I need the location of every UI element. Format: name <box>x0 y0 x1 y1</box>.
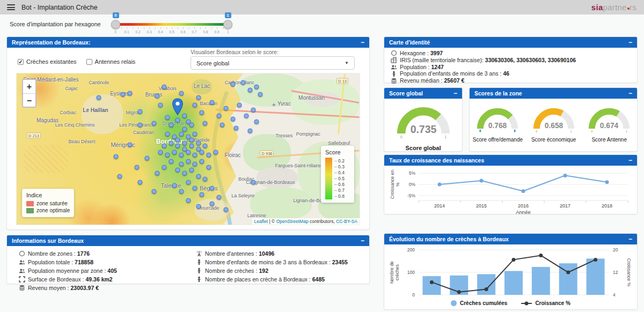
creche-marker[interactable] <box>175 168 180 173</box>
creche-marker[interactable] <box>206 153 211 158</box>
score-dropdown[interactable]: Score global ▼ <box>191 56 355 70</box>
creche-marker[interactable] <box>203 121 208 126</box>
creche-marker[interactable] <box>97 95 101 100</box>
creche-marker[interactable] <box>162 144 166 148</box>
creche-marker[interactable] <box>203 144 208 148</box>
creche-marker[interactable] <box>165 153 170 158</box>
creche-marker[interactable] <box>196 204 201 209</box>
creche-marker[interactable] <box>200 192 204 197</box>
creche-marker[interactable] <box>223 207 228 212</box>
checkbox-creches-existantes[interactable]: ✓Crèches existantes <box>18 58 77 65</box>
creche-marker[interactable] <box>193 103 197 108</box>
creche-marker[interactable] <box>200 110 204 115</box>
creche-marker[interactable] <box>233 125 238 130</box>
creche-marker[interactable] <box>179 162 184 167</box>
creche-marker[interactable] <box>247 129 252 133</box>
creche-marker[interactable] <box>189 138 194 143</box>
creche-marker[interactable] <box>151 121 156 126</box>
creche-marker[interactable] <box>203 177 208 182</box>
creche-marker[interactable] <box>155 94 159 99</box>
creche-marker[interactable] <box>165 115 170 120</box>
creche-marker[interactable] <box>217 113 222 118</box>
creche-marker[interactable] <box>165 131 170 136</box>
creche-marker[interactable] <box>220 122 225 127</box>
creche-marker[interactable] <box>193 162 197 167</box>
creche-marker[interactable] <box>138 122 143 127</box>
creche-marker[interactable] <box>251 180 255 185</box>
creche-marker[interactable] <box>127 91 132 95</box>
slider-gradient-track[interactable] <box>115 23 228 26</box>
collapse-icon[interactable]: − <box>628 236 632 242</box>
creche-marker[interactable] <box>144 155 149 160</box>
creche-marker[interactable] <box>172 183 177 188</box>
collapse-icon[interactable]: − <box>361 40 364 45</box>
bordeaux-map[interactable]: Saint-Médard-en-JallesCantinoleGajacEysi… <box>16 73 360 225</box>
creche-marker[interactable] <box>189 168 194 173</box>
osm-link[interactable]: OpenStreetMap <box>276 219 309 224</box>
creche-marker[interactable] <box>162 85 166 90</box>
creche-marker[interactable] <box>210 186 215 191</box>
selected-hexagon-pin[interactable] <box>172 98 184 117</box>
creche-marker[interactable] <box>196 95 201 100</box>
creche-marker[interactable] <box>258 92 262 97</box>
checkbox-antennes-relais[interactable]: Antennes relais <box>86 58 136 65</box>
creche-marker[interactable] <box>217 195 222 200</box>
creche-marker[interactable] <box>158 103 163 108</box>
creche-marker[interactable] <box>175 118 180 123</box>
creche-marker[interactable] <box>186 198 191 203</box>
creche-marker[interactable] <box>193 131 197 136</box>
creche-marker[interactable] <box>169 140 173 145</box>
collapse-icon[interactable]: − <box>453 91 457 96</box>
creche-marker[interactable] <box>189 122 194 127</box>
creche-marker[interactable] <box>189 144 194 148</box>
score-range-slider[interactable]: 0 1 00.10.20.30.40.50.60.70.80.91 <box>110 14 233 36</box>
creche-marker[interactable] <box>138 109 143 114</box>
creche-marker[interactable] <box>237 103 242 108</box>
creche-marker[interactable] <box>210 201 215 206</box>
creche-marker[interactable] <box>186 159 191 164</box>
creche-marker[interactable] <box>196 140 201 145</box>
license-link[interactable]: CC-BY-SA <box>336 219 357 224</box>
creche-marker[interactable] <box>254 85 259 90</box>
creche-marker[interactable] <box>179 189 184 194</box>
creche-marker[interactable] <box>182 127 187 132</box>
creche-marker[interactable] <box>151 189 156 194</box>
creche-marker[interactable] <box>179 91 184 95</box>
creche-marker[interactable] <box>182 171 187 176</box>
creche-marker[interactable] <box>155 171 159 176</box>
creche-marker[interactable] <box>244 113 249 118</box>
creche-marker[interactable] <box>247 88 252 93</box>
creche-marker[interactable] <box>230 81 235 86</box>
zoom-in-button[interactable]: + <box>23 80 35 93</box>
creche-marker[interactable] <box>240 80 245 85</box>
creche-marker[interactable] <box>213 150 218 154</box>
creche-marker[interactable] <box>210 100 215 105</box>
creche-marker[interactable] <box>186 180 191 185</box>
creche-marker[interactable] <box>186 150 191 154</box>
creche-marker[interactable] <box>172 150 177 154</box>
creche-marker[interactable] <box>230 116 235 121</box>
creche-marker[interactable] <box>223 106 228 110</box>
collapse-icon[interactable]: − <box>361 238 364 243</box>
creche-marker[interactable] <box>169 122 173 127</box>
creche-marker[interactable] <box>127 142 132 147</box>
collapse-icon[interactable]: − <box>628 91 632 96</box>
creche-marker[interactable] <box>193 153 197 158</box>
creche-marker[interactable] <box>121 92 126 97</box>
creche-marker[interactable] <box>175 138 180 143</box>
hamburger-menu-icon[interactable] <box>7 4 15 10</box>
leaflet-link[interactable]: Leaflet <box>254 219 268 224</box>
creche-marker[interactable] <box>162 165 166 169</box>
creche-marker[interactable] <box>193 186 197 191</box>
creche-marker[interactable] <box>134 165 139 169</box>
creche-marker[interactable] <box>196 174 201 179</box>
creche-marker[interactable] <box>169 159 173 164</box>
creche-marker[interactable] <box>182 140 187 145</box>
creche-marker[interactable] <box>200 159 204 164</box>
creche-marker[interactable] <box>206 165 211 169</box>
collapse-icon[interactable]: − <box>628 40 632 45</box>
creche-marker[interactable] <box>179 131 184 136</box>
creche-marker[interactable] <box>114 154 119 159</box>
creche-marker[interactable] <box>117 174 122 179</box>
creche-marker[interactable] <box>251 107 255 112</box>
